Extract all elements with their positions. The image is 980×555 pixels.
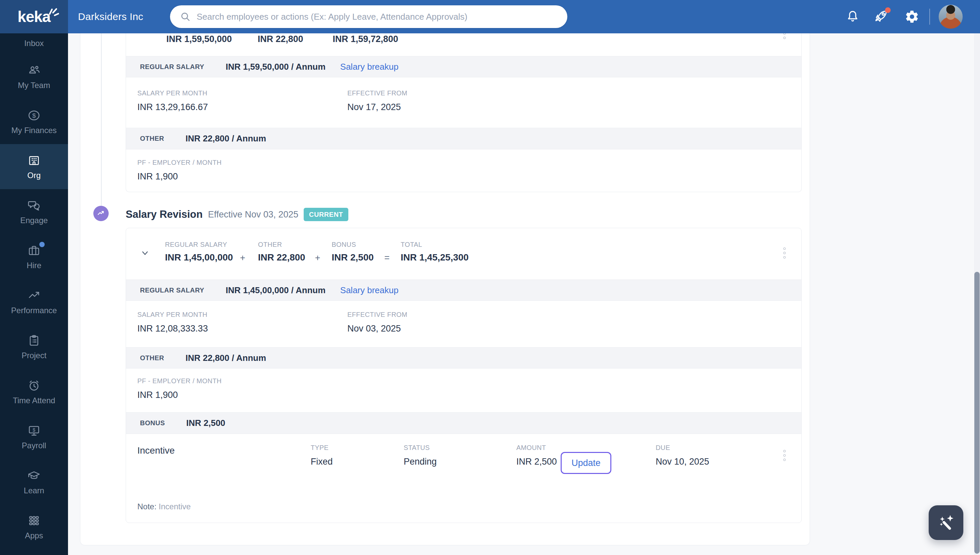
sidebar-item-org[interactable]: Org bbox=[0, 144, 68, 189]
svg-text:$: $ bbox=[32, 112, 36, 119]
global-search bbox=[170, 5, 568, 28]
sidebar-item-performance[interactable]: Performance bbox=[0, 279, 68, 324]
summary-regular-value: INR 1,59,50,000 bbox=[166, 34, 232, 44]
other-band: OTHER INR 22,800 / Annum bbox=[126, 347, 801, 369]
apps-icon bbox=[27, 513, 42, 528]
hire-icon bbox=[27, 243, 42, 258]
whats-new-rocket-icon[interactable] bbox=[873, 9, 889, 25]
sidebar-item-time-attend[interactable]: Time Attend bbox=[0, 369, 68, 414]
type-value: Fixed bbox=[311, 457, 333, 467]
top-header: keka Darksiders Inc bbox=[0, 0, 980, 34]
summary-other-value: INR 22,800 bbox=[258, 34, 303, 44]
salary-breakup-link[interactable]: Salary breakup bbox=[341, 285, 399, 295]
note-value: Incentive bbox=[159, 502, 191, 511]
app-root: keka Darksiders Inc bbox=[0, 0, 980, 555]
other-details: PF - EMPLOYER / MONTH INR 1,900 bbox=[126, 369, 801, 412]
sidebar-item-my-team[interactable]: My Team bbox=[0, 54, 68, 99]
regular-salary-band: REGULAR SALARY INR 1,59,50,000 / Annum S… bbox=[126, 56, 801, 77]
regular-salary-details: SALARY PER MONTH INR 13,29,166.67 EFFECT… bbox=[126, 77, 801, 128]
status-label: STATUS bbox=[404, 444, 436, 452]
engage-icon bbox=[27, 198, 42, 213]
brand-sparks-icon bbox=[48, 2, 59, 20]
sidebar-nav: Inbox My Team $ My Finances bbox=[0, 34, 68, 555]
regular-salary-band: REGULAR SALARY INR 1,45,00,000 / Annum S… bbox=[126, 279, 801, 301]
hire-badge-dot bbox=[39, 242, 45, 247]
ai-assistant-fab[interactable] bbox=[929, 505, 963, 540]
summary-total-value: INR 1,59,72,800 bbox=[333, 34, 398, 44]
effective-from-label: EFFECTIVE FROM bbox=[347, 311, 407, 319]
bonus-band: BONUS INR 2,500 bbox=[126, 412, 801, 434]
effective-from-label: EFFECTIVE FROM bbox=[347, 89, 407, 97]
search-input[interactable] bbox=[197, 12, 557, 22]
search-icon bbox=[180, 11, 191, 22]
salary-per-month-label: SALARY PER MONTH bbox=[137, 89, 208, 97]
summary-bonus-value: INR 2,500 bbox=[332, 252, 374, 263]
finances-icon: $ bbox=[27, 108, 42, 123]
sidebar-item-apps[interactable]: Apps bbox=[0, 504, 68, 549]
scrollbar-thumb[interactable] bbox=[974, 272, 980, 553]
amount-label: AMOUNT bbox=[516, 444, 557, 452]
salary-per-month-value: INR 12,08,333.33 bbox=[137, 324, 208, 334]
salary-summary-row: INR 1,59,50,000 INR 22,800 INR 1,59,72,8… bbox=[126, 34, 801, 56]
salary-per-month-label: SALARY PER MONTH bbox=[137, 311, 208, 319]
learn-icon bbox=[27, 468, 42, 483]
previous-salary-card: INR 1,59,50,000 INR 22,800 INR 1,59,72,8… bbox=[126, 34, 802, 192]
summary-regular-value: INR 1,45,00,000 bbox=[165, 252, 233, 263]
due-value: Nov 10, 2025 bbox=[655, 457, 709, 467]
sidebar-item-engage[interactable]: Engage bbox=[0, 189, 68, 234]
sidebar-item-learn[interactable]: Learn bbox=[0, 459, 68, 504]
main-content: INR 1,59,50,000 INR 22,800 INR 1,59,72,8… bbox=[68, 34, 980, 555]
other-band: OTHER INR 22,800 / Annum bbox=[126, 128, 801, 149]
sidebar-item-inbox[interactable]: Inbox bbox=[0, 34, 68, 54]
notifications-bell-icon[interactable] bbox=[845, 9, 860, 25]
status-value: Pending bbox=[404, 457, 436, 467]
summary-other-value: INR 22,800 bbox=[258, 252, 305, 263]
due-label: DUE bbox=[655, 444, 709, 452]
payroll-icon: $ bbox=[27, 423, 42, 438]
section-effective-date: Effective Nov 03, 2025 bbox=[208, 210, 298, 220]
salary-breakup-link[interactable]: Salary breakup bbox=[341, 62, 399, 72]
brand-text: keka bbox=[18, 8, 50, 25]
pf-employer-value: INR 1,900 bbox=[137, 390, 222, 400]
card-menu-kebab-icon[interactable] bbox=[779, 34, 789, 39]
project-icon bbox=[27, 333, 42, 348]
salary-summary-row: REGULAR SALARY INR 1,45,00,000 + OTHER I… bbox=[126, 228, 801, 279]
company-name: Darksiders Inc bbox=[78, 0, 143, 34]
performance-icon bbox=[27, 288, 42, 303]
summary-total-value: INR 1,45,25,300 bbox=[401, 252, 468, 263]
pf-employer-value: INR 1,900 bbox=[137, 172, 222, 182]
update-button[interactable]: Update bbox=[561, 452, 611, 474]
time-attend-icon bbox=[27, 378, 42, 393]
user-avatar[interactable] bbox=[938, 5, 962, 29]
sidebar-item-my-finances[interactable]: $ My Finances bbox=[0, 99, 68, 144]
sidebar-item-project[interactable]: Project bbox=[0, 324, 68, 369]
incentive-name: Incentive bbox=[137, 445, 175, 456]
effective-from-value: Nov 17, 2025 bbox=[347, 102, 407, 112]
sidebar-item-payroll[interactable]: $ Payroll bbox=[0, 414, 68, 459]
revision-section-header: Salary Revision Effective Nov 03, 2025 C… bbox=[126, 207, 349, 222]
amount-value: INR 2,500 bbox=[516, 457, 557, 467]
incentive-menu-kebab-icon[interactable] bbox=[779, 450, 789, 461]
notification-badge-dot bbox=[885, 7, 890, 13]
regular-salary-details: SALARY PER MONTH INR 12,08,333.33 EFFECT… bbox=[126, 301, 801, 347]
org-icon bbox=[27, 153, 42, 168]
svg-text:$: $ bbox=[33, 427, 36, 433]
effective-from-value: Nov 03, 2025 bbox=[347, 324, 407, 334]
section-title: Salary Revision bbox=[126, 209, 203, 220]
other-details: PF - EMPLOYER / MONTH INR 1,900 bbox=[126, 149, 801, 192]
current-status-badge: CURRENT bbox=[304, 208, 349, 221]
team-icon bbox=[27, 63, 42, 78]
current-salary-card: REGULAR SALARY INR 1,45,00,000 + OTHER I… bbox=[126, 228, 802, 523]
magic-wand-icon bbox=[936, 513, 956, 532]
card-menu-kebab-icon[interactable] bbox=[779, 247, 789, 258]
brand-logo[interactable]: keka bbox=[0, 0, 68, 34]
settings-gear-icon[interactable] bbox=[905, 9, 919, 25]
header-divider bbox=[929, 9, 930, 25]
timeline-marker bbox=[93, 206, 109, 221]
pf-employer-label: PF - EMPLOYER / MONTH bbox=[137, 377, 222, 385]
sidebar-item-hire[interactable]: Hire bbox=[0, 234, 68, 279]
collapse-chevron-down-icon[interactable] bbox=[140, 248, 150, 260]
salary-history-panel: INR 1,59,50,000 INR 22,800 INR 1,59,72,8… bbox=[80, 34, 810, 545]
note-label: Note: bbox=[137, 502, 156, 511]
incentive-row: Incentive TYPE Fixed STATUS Pending AMOU… bbox=[126, 434, 801, 523]
